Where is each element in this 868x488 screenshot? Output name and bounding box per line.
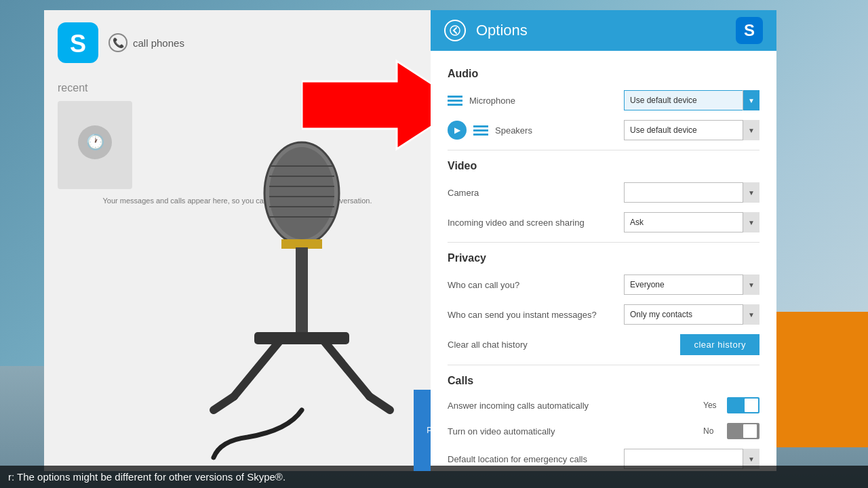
pause-overlay: Pau	[414, 390, 431, 471]
audio-section-title: Audio	[448, 68, 760, 80]
microphone-label: Microphone	[469, 96, 617, 106]
who-message-row: Who can send you instant messages? Every…	[448, 304, 760, 325]
incoming-video-row: Incoming video and screen sharing Ask Au…	[448, 212, 760, 232]
options-panel: Options S Audio Microphone Use default	[431, 10, 776, 471]
svg-point-3	[269, 147, 334, 239]
camera-select[interactable]	[624, 182, 760, 203]
svg-line-14	[322, 339, 370, 396]
who-call-select-wrapper: Everyone Only my contacts ▼	[624, 274, 760, 295]
auto-answer-row: Answer incoming calls automatically Yes	[448, 397, 760, 413]
who-message-select-wrapper: Everyone Only my contacts ▼	[624, 304, 760, 325]
svg-rect-10	[281, 239, 322, 249]
svg-rect-12	[254, 332, 349, 344]
options-title: Options	[476, 22, 726, 39]
mic-svg	[193, 125, 410, 471]
subtitle-text: r: The options might be different for ot…	[8, 471, 275, 483]
who-call-label: Who can call you?	[448, 280, 617, 290]
phone-icon: 📞	[108, 33, 127, 52]
camera-label: Camera	[448, 188, 617, 198]
incoming-video-select[interactable]: Ask Auto-accept Reject	[624, 212, 760, 232]
video-auto-toggle[interactable]	[727, 423, 760, 439]
call-phones[interactable]: 📞 call phones	[108, 33, 184, 52]
video-auto-label: Turn on video automatically	[448, 426, 696, 436]
options-content: Audio Microphone Use default device ▼ ▶	[431, 51, 776, 471]
svg-line-16	[370, 396, 390, 410]
incoming-video-select-wrapper: Ask Auto-accept Reject ▼	[624, 212, 760, 232]
auto-answer-toggle[interactable]	[727, 397, 760, 413]
auto-answer-toggle-wrapper: Yes	[703, 397, 760, 413]
main-container: S 📞 call phones recent 🕐 Your messages a…	[44, 10, 824, 471]
video-divider	[448, 242, 760, 243]
subtitle-bar: r: The options might be different for ot…	[0, 466, 868, 488]
registered-tm: ®	[275, 471, 283, 483]
svg-point-19	[450, 26, 460, 35]
call-phones-label: call phones	[133, 37, 184, 49]
speakers-lines-icon[interactable]	[473, 125, 488, 136]
clear-history-button[interactable]: clear history	[680, 334, 760, 355]
emergency-label: Default location for emergency calls	[448, 454, 617, 464]
clear-history-label: Clear all chat history	[448, 340, 673, 350]
microphone-select[interactable]: Use default device	[624, 90, 760, 110]
recent-item-icon: 🕐	[78, 125, 112, 159]
microphone-row: Microphone Use default device ▼	[448, 90, 760, 110]
speakers-select[interactable]: Use default device	[624, 120, 760, 140]
options-header: Options S	[431, 10, 776, 51]
back-button[interactable]	[444, 20, 466, 41]
toggle-knob-on	[745, 399, 758, 412]
svg-text:S: S	[70, 30, 86, 58]
play-button[interactable]: ▶	[448, 121, 467, 140]
video-auto-toggle-wrapper: No	[703, 423, 760, 439]
speakers-label: Speakers	[495, 125, 617, 136]
camera-row: Camera ▼	[448, 182, 760, 203]
auto-answer-label: Answer incoming calls automatically	[448, 401, 696, 411]
auto-answer-value: Yes	[703, 401, 720, 410]
microphone-select-wrapper: Use default device ▼	[624, 90, 760, 110]
svg-marker-17	[302, 61, 431, 149]
who-message-label: Who can send you instant messages?	[448, 310, 617, 320]
who-call-select[interactable]: Everyone Only my contacts	[624, 274, 760, 295]
svg-text:S: S	[744, 21, 755, 39]
toggle-knob-off	[743, 424, 757, 438]
privacy-section-title: Privacy	[448, 252, 760, 264]
speakers-select-wrapper: Use default device ▼	[624, 120, 760, 140]
camera-select-wrapper: ▼	[624, 182, 760, 203]
recent-item: 🕐	[58, 101, 132, 189]
clear-history-row: Clear all chat history clear history	[448, 334, 760, 355]
video-section-title: Video	[448, 160, 760, 172]
pause-label: Pau	[427, 426, 431, 435]
audio-divider	[448, 150, 760, 150]
svg-line-13	[234, 339, 281, 396]
privacy-divider	[448, 365, 760, 365]
who-message-select[interactable]: Everyone Only my contacts	[624, 304, 760, 325]
calls-section-title: Calls	[448, 375, 760, 387]
red-arrow	[302, 51, 431, 159]
incoming-video-label: Incoming video and screen sharing	[448, 218, 617, 228]
skype-logo-header: S	[736, 17, 763, 44]
who-call-row: Who can call you? Everyone Only my conta…	[448, 274, 760, 295]
speakers-row: ▶ Speakers Use default device ▼	[448, 120, 760, 140]
mic-illustration	[193, 125, 410, 471]
lines-icon[interactable]	[448, 96, 462, 106]
svg-rect-11	[296, 247, 308, 336]
svg-line-15	[214, 396, 234, 410]
video-auto-value: No	[703, 426, 720, 436]
left-panel: S 📞 call phones recent 🕐 Your messages a…	[44, 10, 431, 471]
skype-logo: S	[58, 22, 98, 63]
video-auto-row: Turn on video automatically No	[448, 423, 760, 439]
